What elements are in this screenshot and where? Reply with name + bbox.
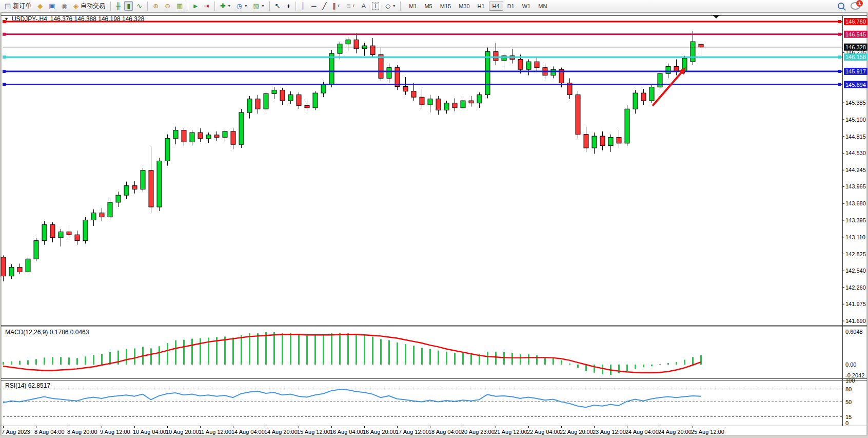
shapes-icon: ◇: [385, 3, 390, 9]
macd-histogram-bar: [167, 343, 168, 365]
macd-histogram-bar: [27, 360, 29, 365]
notifications-button[interactable]: 1: [848, 1, 863, 11]
timeframe-button-h4[interactable]: H4: [489, 2, 503, 11]
macd-histogram-bar: [323, 334, 324, 365]
text-label-tool-button[interactable]: T: [369, 1, 382, 11]
macd-histogram-bar: [700, 355, 702, 365]
macd-histogram-bar: [298, 334, 300, 365]
text-tool-button[interactable]: A: [359, 1, 369, 11]
timeframe-button-m30[interactable]: M30: [455, 2, 473, 11]
rsi-scale-label: 0: [845, 420, 849, 426]
price-tick-label: 144.530: [845, 150, 866, 156]
auto-trading-label: 自动交易: [81, 2, 105, 10]
candle-body: [649, 87, 654, 101]
timeframe-button-m15[interactable]: M15: [437, 2, 455, 11]
channel-tool-button[interactable]: ∥ E: [330, 1, 343, 11]
chat-bubble-icon: 1: [851, 2, 860, 10]
arrows-tool-button[interactable]: ◇ ▾: [383, 1, 398, 11]
new-order-button[interactable]: ▤ 新订单: [2, 0, 34, 12]
toolbar-separator: [147, 2, 148, 11]
line-anchor[interactable]: [838, 20, 841, 23]
macd-histogram-bar: [85, 356, 86, 365]
timeframe-button-w1[interactable]: W1: [519, 2, 535, 11]
candle-body: [313, 93, 318, 108]
zoom-out-button[interactable]: ⊖: [162, 1, 173, 11]
candle-body: [608, 137, 613, 145]
candle-body: [452, 103, 457, 108]
price-badge-text: 145.917: [845, 68, 866, 74]
macd-histogram-bar: [503, 352, 505, 365]
rsi-scale-label: 80: [845, 386, 852, 392]
line-chart-button[interactable]: ∿: [134, 1, 145, 11]
line-anchor[interactable]: [3, 83, 6, 86]
candlestick-chart-button[interactable]: ▮: [124, 1, 133, 11]
templates-button[interactable]: ▧ ▾: [250, 1, 266, 11]
vertical-line-tool-button[interactable]: │: [299, 1, 308, 11]
candle-body: [157, 161, 162, 207]
time-tick-label: 9 Aug 12:00: [100, 429, 130, 435]
fibonacci-tool-button[interactable]: ≡ F: [344, 1, 358, 11]
indicators-icon: ✚: [220, 3, 226, 9]
bar-chart-button[interactable]: ╫: [113, 1, 123, 11]
candle-body: [239, 112, 244, 144]
candle-body: [600, 136, 605, 145]
line-anchor[interactable]: [838, 55, 841, 59]
macd-histogram-bar: [93, 355, 94, 365]
candle-body: [444, 103, 449, 110]
crosshair-tool-button[interactable]: +: [284, 1, 293, 11]
candle-body: [379, 54, 383, 78]
zoom-in-button[interactable]: ⊕: [150, 1, 161, 11]
chart-shift-button[interactable]: ⇥: [201, 1, 212, 11]
timeframe-button-m5[interactable]: M5: [421, 2, 436, 11]
time-tick-label: 21 Aug 12:00: [494, 429, 527, 435]
candle-body: [518, 60, 523, 70]
price-badge-145.917: 145.917: [844, 68, 867, 75]
timeframe-button-d1[interactable]: D1: [504, 2, 518, 11]
candle-body: [173, 130, 178, 139]
timeframe-button-m1[interactable]: M1: [405, 2, 420, 11]
auto-scroll-button[interactable]: ▶: [191, 1, 200, 11]
webinar-button[interactable]: ◉: [59, 1, 70, 11]
horizontal-line-tool-button[interactable]: ─: [309, 1, 319, 11]
seal-button[interactable]: ◆: [35, 1, 45, 11]
line-anchor[interactable]: [3, 70, 6, 73]
trendline-tool-button[interactable]: ╱: [320, 1, 329, 11]
macd-histogram-bar: [364, 335, 365, 365]
terminal-button[interactable]: ▣: [46, 1, 57, 11]
line-anchor[interactable]: [3, 33, 6, 36]
price-tick-label: 142.540: [845, 268, 866, 274]
macd-histogram-bar: [150, 349, 152, 365]
cursor-tool-button[interactable]: ↖: [272, 1, 283, 11]
tile-windows-button[interactable]: ▦: [174, 1, 185, 11]
indicators-button[interactable]: ✚ ▾: [218, 1, 233, 11]
line-anchor[interactable]: [3, 55, 6, 59]
chevron-down-icon[interactable]: ▼: [4, 16, 9, 22]
timeframe-button-mn[interactable]: MN: [535, 2, 550, 11]
price-tick-label: 145.100: [845, 117, 866, 123]
line-anchor[interactable]: [838, 70, 841, 73]
timeframe-button-h1[interactable]: H1: [474, 2, 488, 11]
candle-body: [9, 267, 14, 276]
crosshair-icon: +: [286, 3, 290, 9]
macd-histogram-bar: [191, 339, 193, 365]
auto-trading-button[interactable]: ◈ 自动交易: [71, 0, 108, 12]
periods-button[interactable]: ◷ ▾: [234, 1, 249, 11]
line-anchor[interactable]: [838, 83, 841, 86]
candle-body: [321, 84, 326, 93]
macd-histogram-bar: [577, 365, 579, 368]
candle-body: [625, 109, 629, 143]
new-order-icon: ▤: [5, 3, 11, 9]
macd-histogram-bar: [544, 357, 546, 365]
candle-body: [34, 241, 38, 259]
candle-body: [691, 42, 695, 62]
macd-histogram-bar: [183, 340, 185, 365]
macd-histogram-bar: [331, 333, 332, 365]
candle-body: [477, 95, 482, 103]
candle-body: [116, 195, 121, 202]
candle-body: [535, 62, 539, 68]
candle-body: [461, 101, 465, 108]
macd-histogram-bar: [676, 362, 677, 365]
search-button[interactable]: [835, 1, 847, 11]
macd-histogram-bar: [602, 365, 603, 374]
line-anchor[interactable]: [838, 33, 841, 36]
